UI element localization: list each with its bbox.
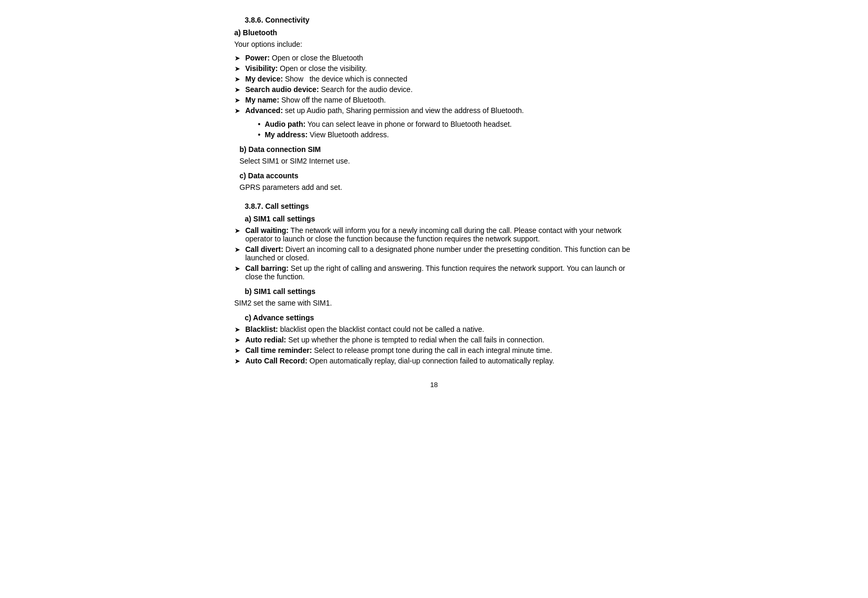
list-item: ➤ My device: Show the device which is co…: [234, 75, 639, 83]
arrow-icon: ➤: [234, 54, 240, 62]
item-text: Search audio device: Search for the audi…: [246, 85, 413, 94]
sim1-a-bullets: ➤ Call waiting: The network will inform …: [234, 226, 639, 281]
call-settings-heading: 3.8.7. Call settings: [245, 202, 639, 210]
item-bold: My name:: [246, 96, 280, 104]
arrow-icon: ➤: [234, 357, 240, 365]
item-text: Power: Open or close the Bluetooth: [246, 54, 363, 62]
item-text: Call time reminder: Select to release pr…: [246, 346, 553, 354]
item-text: My address: View Bluetooth address.: [264, 130, 389, 139]
sim1-b-heading: b) SIM1 call settings: [245, 287, 639, 296]
item-bold: Auto Call Record:: [246, 357, 308, 365]
item-text: Auto redial: Set up whether the phone is…: [246, 336, 545, 344]
item-bold: Blacklist:: [246, 325, 278, 333]
item-text: Audio path: You can select leave in phon…: [264, 120, 512, 128]
list-item: ➤ Auto Call Record: Open automatically r…: [234, 357, 639, 365]
item-text: Call barring: Set up the right of callin…: [246, 264, 639, 281]
bluetooth-sub-bullets: Audio path: You can select leave in phon…: [258, 120, 639, 139]
sim1-a-heading: a) SIM1 call settings: [245, 215, 639, 223]
bluetooth-bullets: ➤ Power: Open or close the Bluetooth ➤ V…: [234, 54, 639, 115]
item-bold: Advanced:: [246, 106, 283, 115]
item-text: Visibility: Open or close the visibility…: [246, 64, 367, 73]
page: 3.8.6. Connectivity a) Bluetooth Your op…: [198, 0, 671, 598]
arrow-icon: ➤: [234, 107, 240, 115]
item-bold: Call time reminder:: [246, 346, 312, 354]
arrow-icon: ➤: [234, 336, 240, 344]
item-bold: My device:: [246, 75, 283, 83]
item-bold: Call waiting:: [246, 226, 289, 235]
bluetooth-section: a) Bluetooth Your options include: ➤ Pow…: [229, 28, 639, 139]
arrow-icon: ➤: [234, 227, 240, 235]
item-bold: My address:: [264, 130, 308, 139]
item-text: My name: Show off the name of Bluetooth.: [246, 96, 386, 104]
section-connectivity: 3.8.6. Connectivity a) Bluetooth Your op…: [229, 16, 639, 191]
arrow-icon: ➤: [234, 326, 240, 333]
item-bold: Visibility:: [246, 64, 278, 73]
item-bold: Search audio device:: [246, 85, 319, 94]
item-text: Blacklist: blacklist open the blacklist …: [246, 325, 484, 333]
advance-section: c) Advance settings ➤ Blacklist: blackli…: [229, 313, 639, 365]
item-bold: Power:: [246, 54, 270, 62]
advance-heading: c) Advance settings: [245, 313, 639, 322]
advance-bullets: ➤ Blacklist: blacklist open the blacklis…: [234, 325, 639, 365]
item-bold: Call barring:: [246, 264, 289, 272]
connectivity-heading: 3.8.6. Connectivity: [245, 16, 639, 24]
list-item: My address: View Bluetooth address.: [258, 130, 639, 139]
arrow-icon: ➤: [234, 246, 240, 254]
list-item: ➤ Call time reminder: Select to release …: [234, 346, 639, 354]
list-item: ➤ Power: Open or close the Bluetooth: [234, 54, 639, 62]
bluetooth-heading: a) Bluetooth: [234, 28, 639, 37]
item-text: Call waiting: The network will inform yo…: [246, 226, 639, 243]
list-item: ➤ Advanced: set up Audio path, Sharing p…: [234, 106, 639, 115]
item-bold: Audio path:: [264, 120, 305, 128]
item-text: Auto Call Record: Open automatically rep…: [246, 357, 555, 365]
arrow-icon: ➤: [234, 65, 240, 73]
list-item: Audio path: You can select leave in phon…: [258, 120, 639, 128]
sim1-b-section: b) SIM1 call settings SIM2 set the same …: [229, 287, 639, 307]
data-connection-section: b) Data connection SIM Select SIM1 or SI…: [234, 145, 639, 165]
list-item: ➤ My name: Show off the name of Bluetoot…: [234, 96, 639, 104]
sim1-a-section: a) SIM1 call settings ➤ Call waiting: Th…: [229, 215, 639, 281]
list-item: ➤ Call waiting: The network will inform …: [234, 226, 639, 243]
item-text: Call divert: Divert an incoming call to …: [246, 245, 639, 262]
bluetooth-intro: Your options include:: [234, 40, 639, 48]
item-bold: Auto redial:: [246, 336, 287, 344]
data-accounts-section: c) Data accounts GPRS parameters add and…: [234, 171, 639, 191]
list-item: ➤ Search audio device: Search for the au…: [234, 85, 639, 94]
item-text: My device: Show the device which is conn…: [246, 75, 407, 83]
data-accounts-text: GPRS parameters add and set.: [240, 183, 639, 191]
item-text: Advanced: set up Audio path, Sharing per…: [246, 106, 524, 115]
sim1-b-text: SIM2 set the same with SIM1.: [234, 299, 639, 307]
section-call-settings: 3.8.7. Call settings a) SIM1 call settin…: [229, 202, 639, 365]
arrow-icon: ➤: [234, 86, 240, 94]
list-item: ➤ Call divert: Divert an incoming call t…: [234, 245, 639, 262]
data-connection-heading: b) Data connection SIM: [240, 145, 639, 154]
arrow-icon: ➤: [234, 96, 240, 104]
arrow-icon: ➤: [234, 265, 240, 272]
page-number: 18: [229, 381, 639, 389]
data-connection-text: Select SIM1 or SIM2 Internet use.: [240, 157, 639, 165]
list-item: ➤ Auto redial: Set up whether the phone …: [234, 336, 639, 344]
item-bold: Call divert:: [246, 245, 283, 254]
arrow-icon: ➤: [234, 75, 240, 83]
data-accounts-heading: c) Data accounts: [240, 171, 639, 180]
arrow-icon: ➤: [234, 347, 240, 354]
list-item: ➤ Call barring: Set up the right of call…: [234, 264, 639, 281]
list-item: ➤ Visibility: Open or close the visibili…: [234, 64, 639, 73]
list-item: ➤ Blacklist: blacklist open the blacklis…: [234, 325, 639, 333]
